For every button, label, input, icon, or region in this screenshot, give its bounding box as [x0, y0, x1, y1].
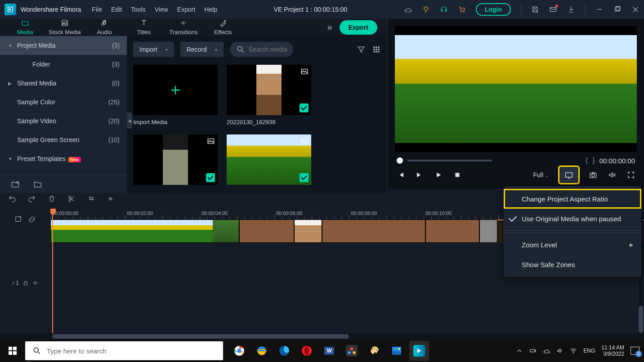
save-icon[interactable] — [531, 5, 539, 13]
taskbar-ie-icon[interactable] — [252, 341, 272, 361]
lock-icon[interactable] — [22, 280, 29, 286]
link-icon[interactable] — [28, 215, 36, 223]
expand-panel-icon[interactable]: » — [327, 22, 332, 32]
search-media[interactable] — [230, 42, 293, 57]
import-dropdown[interactable]: Import▾ — [133, 42, 174, 57]
media-card[interactable] — [227, 134, 311, 188]
start-button[interactable] — [0, 340, 25, 362]
sliders-icon[interactable] — [87, 195, 95, 203]
sidebar-item[interactable]: Folder(3) — [0, 55, 127, 74]
taskbar-chrome-icon[interactable] — [229, 341, 249, 361]
folder-icon[interactable] — [33, 180, 42, 189]
audio-waveform-icon[interactable] — [107, 195, 115, 203]
mute-icon[interactable] — [32, 280, 39, 286]
download-icon[interactable] — [567, 5, 575, 13]
windows-search[interactable]: Type here to search — [25, 341, 223, 360]
sidebar-item[interactable]: Sample Green Screen(10) — [0, 130, 127, 149]
next-frame-icon[interactable] — [416, 171, 424, 179]
aspect-ratio-button[interactable] — [559, 167, 578, 183]
new-folder-icon[interactable] — [11, 180, 20, 189]
support-icon[interactable] — [440, 5, 448, 13]
cart-icon[interactable] — [458, 5, 466, 13]
search-media-input[interactable] — [249, 46, 287, 53]
timeline-clip[interactable] — [239, 219, 294, 243]
undo-icon[interactable] — [8, 195, 16, 203]
mail-icon[interactable] — [549, 5, 557, 13]
minimize-icon[interactable] — [595, 5, 604, 13]
media-card[interactable]: 20220130_162938 — [227, 65, 311, 125]
tab-audio[interactable]: Audio — [85, 19, 124, 36]
redo-icon[interactable] — [28, 195, 36, 203]
tray-wifi-icon[interactable] — [570, 347, 577, 354]
tray-language[interactable]: ENG — [583, 348, 595, 354]
maximize-icon[interactable] — [613, 5, 622, 13]
taskbar-filmora-icon[interactable] — [409, 341, 429, 361]
timeline-clip[interactable] — [294, 219, 322, 243]
timeline-clip[interactable] — [50, 219, 239, 243]
menu-edit[interactable]: Edit — [111, 6, 122, 13]
grid-view-icon[interactable] — [372, 45, 381, 54]
taskbar-edge-icon[interactable] — [274, 341, 294, 361]
mark-out-icon[interactable]: } — [592, 156, 595, 165]
tab-transitions[interactable]: Transitions — [164, 19, 203, 36]
popup-item[interactable]: Use Original Media when paused — [504, 209, 641, 228]
popup-item[interactable]: Show Safe Zones — [504, 255, 641, 274]
menu-export[interactable]: Export — [177, 6, 195, 13]
menu-help[interactable]: Help — [204, 6, 217, 13]
taskbar-paint-icon[interactable] — [364, 341, 384, 361]
preview-quality[interactable]: Full⌄ — [533, 171, 549, 179]
stop-icon[interactable] — [453, 171, 461, 179]
snapshot-icon[interactable] — [589, 171, 597, 179]
media-card[interactable] — [133, 134, 218, 188]
collapse-sidebar-icon[interactable]: ◀ — [127, 112, 132, 129]
preview-viewport[interactable] — [395, 26, 637, 152]
sidebar-item[interactable]: Sample Video(20) — [0, 112, 127, 130]
menu-tools[interactable]: Tools — [131, 6, 146, 13]
popup-item[interactable]: Zoom Level▶ — [504, 235, 641, 255]
popup-item[interactable]: Change Project Aspect Ratio — [504, 189, 641, 209]
split-icon[interactable] — [67, 195, 76, 203]
tab-titles[interactable]: Titles — [124, 19, 164, 36]
cloud-icon[interactable] — [404, 5, 412, 13]
tray-battery-icon[interactable] — [529, 347, 537, 354]
scrub-track[interactable] — [407, 160, 492, 161]
scrub-handle[interactable] — [397, 157, 403, 164]
timeline-clip[interactable] — [425, 219, 479, 243]
taskbar-photos-icon[interactable] — [387, 341, 407, 361]
record-dropdown[interactable]: Record▾ — [180, 42, 224, 57]
tray-expand-icon[interactable] — [516, 347, 523, 354]
login-button[interactable]: Login — [476, 3, 511, 16]
sidebar-item[interactable]: ▶Shared Media(0) — [0, 74, 127, 93]
menu-file[interactable]: File — [92, 6, 102, 13]
close-icon[interactable] — [631, 5, 640, 13]
taskbar-opera-icon[interactable] — [297, 341, 317, 361]
timeline-hscrollbar[interactable] — [0, 333, 644, 340]
taskbar-resolve-icon[interactable] — [342, 341, 362, 361]
delete-icon[interactable] — [48, 195, 56, 203]
tab-effects[interactable]: Effects — [203, 19, 243, 36]
sidebar-item[interactable]: ▼Project Media(3) — [0, 36, 127, 55]
taskbar-word-icon[interactable]: W — [319, 341, 339, 361]
tray-clock[interactable]: 11:14 AM 3/9/2022 — [601, 344, 624, 358]
play-icon[interactable] — [434, 171, 443, 179]
tab-stock-media[interactable]: Stock Media — [45, 19, 85, 36]
sidebar-item[interactable]: Sample Color(25) — [0, 93, 127, 112]
mark-in-icon[interactable]: { — [586, 156, 588, 165]
fullscreen-icon[interactable] — [627, 171, 635, 179]
idea-icon[interactable] — [422, 5, 430, 13]
add-track-icon[interactable] — [14, 215, 22, 223]
timeline-clip[interactable] — [479, 219, 497, 243]
tab-titles-label: Titles — [137, 29, 151, 36]
sidebar-item[interactable]: ▼Preset TemplatesNew — [0, 149, 127, 168]
volume-icon[interactable] — [608, 171, 616, 179]
tray-volume-icon[interactable] — [556, 347, 564, 354]
menu-view[interactable]: View — [155, 6, 168, 13]
export-button[interactable]: Export — [340, 20, 377, 35]
filter-icon[interactable] — [357, 45, 366, 54]
tray-notifications-icon[interactable]: 2 — [631, 347, 640, 355]
playhead[interactable] — [52, 209, 53, 333]
tray-onedrive-icon[interactable] — [543, 347, 550, 354]
media-card[interactable]: +Import Media — [133, 65, 218, 125]
timeline-clip[interactable] — [322, 219, 425, 243]
prev-frame-icon[interactable] — [397, 171, 405, 179]
